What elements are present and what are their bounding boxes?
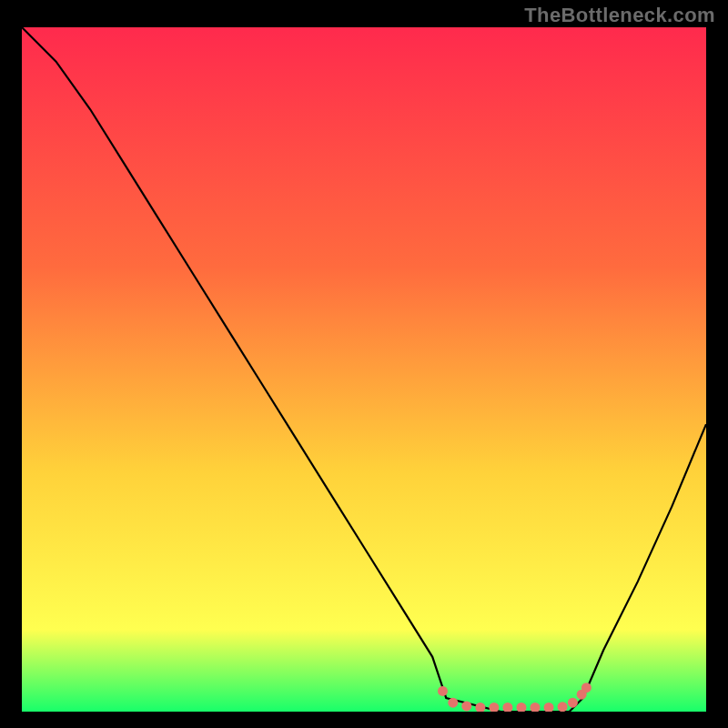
marker-dot <box>558 702 568 712</box>
marker-dot <box>581 682 592 693</box>
chart-svg <box>22 27 706 712</box>
chart-container: TheBottleneck.com <box>0 0 728 728</box>
marker-dot <box>461 701 471 711</box>
plot-area <box>22 27 706 712</box>
watermark-text: TheBottleneck.com <box>524 4 715 27</box>
marker-dot <box>438 686 448 696</box>
gradient-background <box>22 27 706 712</box>
marker-dot <box>568 698 578 708</box>
marker-dot <box>448 698 458 708</box>
